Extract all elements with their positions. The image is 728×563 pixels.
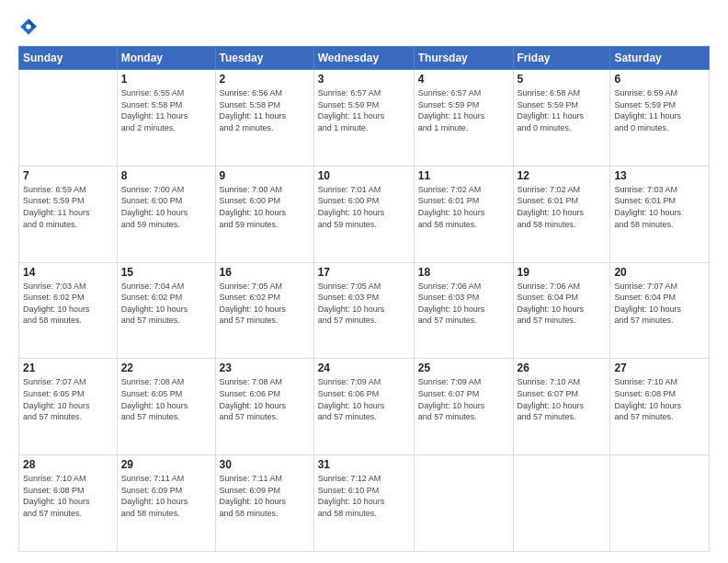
calendar-cell: 18Sunrise: 7:06 AM Sunset: 6:03 PM Dayli… <box>414 262 513 359</box>
calendar-cell: 5Sunrise: 6:58 AM Sunset: 5:59 PM Daylig… <box>513 70 610 167</box>
day-number: 14 <box>23 266 113 279</box>
day-info: Sunrise: 7:10 AM Sunset: 6:08 PM Dayligh… <box>614 376 705 422</box>
day-number: 1 <box>121 73 211 86</box>
calendar-week-3: 14Sunrise: 7:03 AM Sunset: 6:02 PM Dayli… <box>19 262 710 359</box>
day-info: Sunrise: 7:06 AM Sunset: 6:03 PM Dayligh… <box>418 281 509 327</box>
day-info: Sunrise: 6:57 AM Sunset: 5:59 PM Dayligh… <box>418 87 509 133</box>
calendar-cell: 15Sunrise: 7:04 AM Sunset: 6:02 PM Dayli… <box>117 262 215 359</box>
day-info: Sunrise: 7:08 AM Sunset: 6:05 PM Dayligh… <box>121 376 211 422</box>
day-info: Sunrise: 7:09 AM Sunset: 6:07 PM Dayligh… <box>418 376 509 422</box>
day-info: Sunrise: 7:02 AM Sunset: 6:01 PM Dayligh… <box>518 184 607 230</box>
day-number: 16 <box>220 266 310 279</box>
calendar-cell: 14Sunrise: 7:03 AM Sunset: 6:02 PM Dayli… <box>19 262 118 359</box>
calendar-week-4: 21Sunrise: 7:07 AM Sunset: 6:05 PM Dayli… <box>19 359 710 455</box>
day-number: 7 <box>23 169 113 182</box>
calendar-cell: 31Sunrise: 7:12 AM Sunset: 6:10 PM Dayli… <box>313 455 414 552</box>
day-number: 22 <box>121 362 211 374</box>
day-number: 9 <box>220 169 310 182</box>
svg-point-2 <box>26 24 31 29</box>
day-info: Sunrise: 7:05 AM Sunset: 6:02 PM Dayligh… <box>220 281 310 327</box>
day-number: 24 <box>318 362 410 374</box>
day-info: Sunrise: 7:07 AM Sunset: 6:04 PM Dayligh… <box>614 281 705 327</box>
calendar-cell <box>19 70 118 167</box>
page: SundayMondayTuesdayWednesdayThursdayFrid… <box>0 0 728 563</box>
day-info: Sunrise: 7:12 AM Sunset: 6:10 PM Dayligh… <box>318 473 410 519</box>
calendar-header-row: SundayMondayTuesdayWednesdayThursdayFrid… <box>19 47 710 70</box>
calendar-cell: 20Sunrise: 7:07 AM Sunset: 6:04 PM Dayli… <box>610 262 710 359</box>
day-info: Sunrise: 6:59 AM Sunset: 5:59 PM Dayligh… <box>614 87 705 133</box>
day-info: Sunrise: 6:59 AM Sunset: 5:59 PM Dayligh… <box>23 184 113 230</box>
day-info: Sunrise: 7:06 AM Sunset: 6:04 PM Dayligh… <box>518 281 607 327</box>
day-number: 23 <box>220 362 310 374</box>
day-info: Sunrise: 7:03 AM Sunset: 6:02 PM Dayligh… <box>23 281 113 327</box>
calendar-cell: 17Sunrise: 7:05 AM Sunset: 6:03 PM Dayli… <box>313 262 414 359</box>
day-number: 8 <box>121 169 211 182</box>
calendar-cell: 21Sunrise: 7:07 AM Sunset: 6:05 PM Dayli… <box>19 359 118 455</box>
day-number: 21 <box>23 362 113 374</box>
header <box>18 17 710 37</box>
calendar-week-5: 28Sunrise: 7:10 AM Sunset: 6:08 PM Dayli… <box>19 455 710 552</box>
day-number: 6 <box>614 73 705 86</box>
day-number: 25 <box>418 362 509 374</box>
calendar-cell: 12Sunrise: 7:02 AM Sunset: 6:01 PM Dayli… <box>513 166 610 262</box>
col-header-thursday: Thursday <box>414 47 513 70</box>
day-number: 3 <box>318 73 410 86</box>
calendar-cell: 7Sunrise: 6:59 AM Sunset: 5:59 PM Daylig… <box>19 166 118 262</box>
day-number: 17 <box>318 266 410 279</box>
calendar-cell: 11Sunrise: 7:02 AM Sunset: 6:01 PM Dayli… <box>414 166 513 262</box>
logo-icon <box>18 17 39 37</box>
day-number: 10 <box>318 169 410 182</box>
calendar-cell <box>513 455 610 552</box>
day-number: 29 <box>121 458 211 471</box>
day-number: 30 <box>220 458 310 471</box>
calendar-cell <box>610 455 710 552</box>
calendar-cell: 26Sunrise: 7:10 AM Sunset: 6:07 PM Dayli… <box>513 359 610 455</box>
day-info: Sunrise: 7:00 AM Sunset: 6:00 PM Dayligh… <box>220 184 310 230</box>
day-number: 27 <box>614 362 705 374</box>
calendar-cell: 13Sunrise: 7:03 AM Sunset: 6:01 PM Dayli… <box>610 166 710 262</box>
day-info: Sunrise: 7:10 AM Sunset: 6:07 PM Dayligh… <box>518 376 607 422</box>
day-number: 18 <box>418 266 509 279</box>
calendar-cell <box>414 455 513 552</box>
calendar-cell: 4Sunrise: 6:57 AM Sunset: 5:59 PM Daylig… <box>414 70 513 167</box>
calendar-cell: 10Sunrise: 7:01 AM Sunset: 6:00 PM Dayli… <box>313 166 414 262</box>
calendar-cell: 23Sunrise: 7:08 AM Sunset: 6:06 PM Dayli… <box>215 359 313 455</box>
day-info: Sunrise: 7:08 AM Sunset: 6:06 PM Dayligh… <box>220 376 310 422</box>
calendar-cell: 25Sunrise: 7:09 AM Sunset: 6:07 PM Dayli… <box>414 359 513 455</box>
day-info: Sunrise: 6:55 AM Sunset: 5:58 PM Dayligh… <box>121 87 211 133</box>
calendar-cell: 22Sunrise: 7:08 AM Sunset: 6:05 PM Dayli… <box>117 359 215 455</box>
day-number: 13 <box>614 169 705 182</box>
day-info: Sunrise: 7:04 AM Sunset: 6:02 PM Dayligh… <box>121 281 211 327</box>
calendar-cell: 8Sunrise: 7:00 AM Sunset: 6:00 PM Daylig… <box>117 166 215 262</box>
day-info: Sunrise: 7:03 AM Sunset: 6:01 PM Dayligh… <box>614 184 705 230</box>
day-info: Sunrise: 7:11 AM Sunset: 6:09 PM Dayligh… <box>220 473 310 519</box>
day-number: 19 <box>518 266 607 279</box>
day-info: Sunrise: 7:11 AM Sunset: 6:09 PM Dayligh… <box>121 473 211 519</box>
day-number: 12 <box>518 169 607 182</box>
logo <box>18 17 42 37</box>
calendar-cell: 6Sunrise: 6:59 AM Sunset: 5:59 PM Daylig… <box>610 70 710 167</box>
calendar-table: SundayMondayTuesdayWednesdayThursdayFrid… <box>18 46 710 552</box>
day-number: 11 <box>418 169 509 182</box>
day-info: Sunrise: 7:05 AM Sunset: 6:03 PM Dayligh… <box>318 281 410 327</box>
calendar-week-1: 1Sunrise: 6:55 AM Sunset: 5:58 PM Daylig… <box>19 70 710 167</box>
day-number: 31 <box>318 458 410 471</box>
day-info: Sunrise: 7:01 AM Sunset: 6:00 PM Dayligh… <box>318 184 410 230</box>
col-header-sunday: Sunday <box>19 47 118 70</box>
day-number: 5 <box>518 73 607 86</box>
col-header-tuesday: Tuesday <box>215 47 313 70</box>
day-info: Sunrise: 7:00 AM Sunset: 6:00 PM Dayligh… <box>121 184 211 230</box>
day-info: Sunrise: 7:02 AM Sunset: 6:01 PM Dayligh… <box>418 184 509 230</box>
calendar-cell: 27Sunrise: 7:10 AM Sunset: 6:08 PM Dayli… <box>610 359 710 455</box>
col-header-friday: Friday <box>513 47 610 70</box>
day-info: Sunrise: 6:56 AM Sunset: 5:58 PM Dayligh… <box>220 87 310 133</box>
calendar-cell: 30Sunrise: 7:11 AM Sunset: 6:09 PM Dayli… <box>215 455 313 552</box>
day-number: 20 <box>614 266 705 279</box>
calendar-cell: 29Sunrise: 7:11 AM Sunset: 6:09 PM Dayli… <box>117 455 215 552</box>
calendar-cell: 9Sunrise: 7:00 AM Sunset: 6:00 PM Daylig… <box>215 166 313 262</box>
calendar-cell: 28Sunrise: 7:10 AM Sunset: 6:08 PM Dayli… <box>19 455 118 552</box>
calendar-cell: 3Sunrise: 6:57 AM Sunset: 5:59 PM Daylig… <box>313 70 414 167</box>
day-number: 4 <box>418 73 509 86</box>
day-number: 2 <box>220 73 310 86</box>
day-info: Sunrise: 6:58 AM Sunset: 5:59 PM Dayligh… <box>518 87 607 133</box>
